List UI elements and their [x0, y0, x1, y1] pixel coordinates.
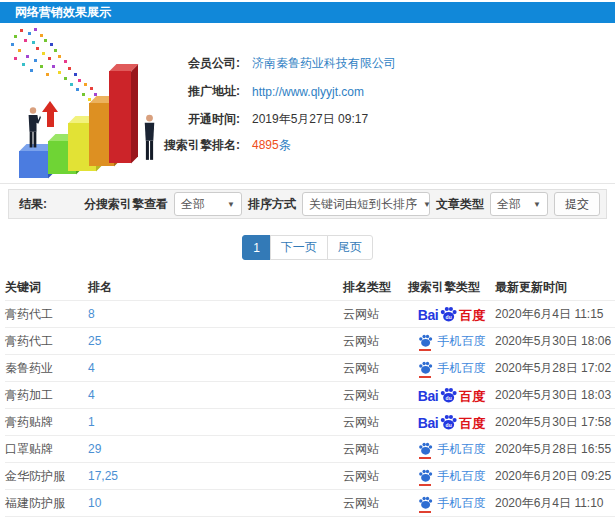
sort-filter-value: 关键词由短到长排序	[309, 196, 417, 213]
engine-type-cell: 手机百度	[408, 495, 495, 512]
baidu-logo-latin: Bai	[418, 389, 438, 403]
rank-link[interactable]: 8	[88, 307, 343, 321]
mobile-baidu-logo: 手机百度	[418, 441, 486, 458]
results-table: 关键词 排名 排名类型 搜索引擎类型 最新更新时间 膏药代工8云网站Bai du…	[5, 274, 615, 520]
col-header-rank: 排名	[88, 279, 343, 296]
table-row: 福建防护服10云网站 手机百度2020年6月4日 11:10	[5, 489, 615, 516]
rank-count: 4895	[252, 138, 279, 152]
col-header-updated: 最新更新时间	[495, 279, 615, 296]
mobile-baidu-logo: 手机百度	[418, 360, 486, 377]
rank-type-cell: 云网站	[343, 468, 408, 485]
engine-filter-label: 分搜索引擎查看	[84, 196, 168, 213]
table-row: 金华防护服17,25云网站 手机百度2020年6月20日 09:25	[5, 462, 615, 489]
keyword-cell: 秦鲁药业	[5, 360, 88, 377]
open-time-label: 开通时间:	[0, 111, 240, 128]
submit-button[interactable]: 提交	[554, 192, 600, 216]
rank-link[interactable]: 4	[88, 388, 343, 402]
member-info-section: 会员公司: 济南秦鲁药业科技有限公司 推广地址: http://www.qlyy…	[0, 23, 615, 183]
table-body: 膏药代工8云网站Bai du 百度2020年6月4日 11:15膏药代工25云网…	[5, 300, 615, 520]
rank-link[interactable]: 10	[88, 496, 343, 510]
growth-chart-image	[6, 25, 174, 181]
company-field: 会员公司: 济南秦鲁药业科技有限公司	[0, 55, 396, 72]
promo-url-link[interactable]: http://www.qlyyjt.com	[252, 85, 364, 99]
result-label: 结果:	[19, 196, 47, 213]
sort-filter-select[interactable]: 关键词由短到长排序 ▼	[302, 192, 430, 216]
svg-text:du: du	[446, 315, 452, 320]
updated-time-cell: 2020年5月30日 18:06	[495, 333, 615, 350]
keyword-cell: 膏药加工	[5, 387, 88, 404]
rank-type-cell: 云网站	[343, 360, 408, 377]
rank-link[interactable]: 25	[88, 334, 343, 348]
filter-bar: 结果: 分搜索引擎查看 全部 ▼ 排序方式 关键词由短到长排序 ▼ 文章类型 全…	[8, 189, 607, 219]
mobile-baidu-label: 手机百度	[438, 360, 486, 377]
engine-rank-label: 搜索引擎排名:	[0, 137, 240, 154]
engine-type-cell: 手机百度	[408, 441, 495, 458]
open-time-value: 2019年5月27日 09:17	[252, 111, 368, 128]
rank-link[interactable]: 17,25	[88, 469, 343, 483]
mobile-baidu-logo: 手机百度	[418, 495, 486, 512]
rank-type-cell: 云网站	[343, 441, 408, 458]
rank-type-cell: 云网站	[343, 495, 408, 512]
keyword-cell: 膏药代工	[5, 306, 88, 323]
rank-link[interactable]: 29	[88, 442, 343, 456]
mobile-baidu-icon	[418, 469, 433, 484]
article-type-value: 全部	[497, 196, 521, 213]
col-header-keyword: 关键词	[5, 279, 88, 296]
mobile-baidu-icon	[418, 334, 433, 349]
table-row: 口罩贴牌29云网站 手机百度2020年5月28日 16:55	[5, 435, 615, 462]
chevron-down-icon: ▼	[221, 200, 235, 209]
baidu-paw-icon	[418, 469, 433, 482]
baidu-logo-cn: 百度	[459, 309, 485, 322]
next-page-button[interactable]: 下一页	[270, 235, 328, 260]
rank-link[interactable]: 1	[88, 415, 343, 429]
engine-type-cell: Bai du 百度	[408, 387, 495, 403]
engine-type-cell: 手机百度	[408, 333, 495, 350]
updated-time-cell: 2020年5月28日 17:02	[495, 360, 615, 377]
mobile-baidu-logo: 手机百度	[418, 468, 486, 485]
baidu-paw-icon: du	[439, 306, 458, 322]
baidu-paw-icon: du	[439, 387, 458, 403]
col-header-rank-type: 排名类型	[343, 279, 408, 296]
baidu-logo-latin: Bai	[418, 416, 438, 430]
mobile-baidu-icon	[418, 361, 433, 376]
baidu-logo-cn: 百度	[459, 417, 485, 430]
mobile-baidu-label: 手机百度	[438, 333, 486, 350]
baidu-logo: Bai du 百度	[418, 414, 485, 430]
keyword-cell: 口罩贴牌	[5, 441, 88, 458]
engine-type-cell: 手机百度	[408, 468, 495, 485]
open-time-field: 开通时间: 2019年5月27日 09:17	[0, 111, 368, 128]
mobile-baidu-label: 手机百度	[438, 495, 486, 512]
table-row: 膏药代工25云网站 手机百度2020年5月30日 18:06	[5, 327, 615, 354]
last-page-button[interactable]: 尾页	[327, 235, 373, 260]
updated-time-cell: 2020年6月4日 11:10	[495, 495, 615, 512]
table-row: 膏药代工8云网站Bai du 百度2020年6月4日 11:15	[5, 300, 615, 327]
rank-type-cell: 云网站	[343, 387, 408, 404]
rank-type-cell: 云网站	[343, 414, 408, 431]
chevron-down-icon: ▼	[417, 200, 431, 209]
promo-url-field: 推广地址: http://www.qlyyjt.com	[0, 83, 364, 100]
updated-time-cell: 2020年5月30日 18:03	[495, 387, 615, 404]
mobile-baidu-label: 手机百度	[438, 441, 486, 458]
promo-url-label: 推广地址:	[0, 83, 240, 100]
baidu-paw-icon: du	[439, 414, 458, 430]
updated-time-cell: 2020年5月28日 16:55	[495, 441, 615, 458]
engine-rank-field: 搜索引擎排名: 4895条	[0, 137, 291, 154]
engine-filter-select[interactable]: 全部 ▼	[174, 192, 242, 216]
article-type-select[interactable]: 全部 ▼	[490, 192, 548, 216]
svg-text:du: du	[446, 423, 452, 428]
baidu-logo-cn: 百度	[459, 390, 485, 403]
table-header-row: 关键词 排名 排名类型 搜索引擎类型 最新更新时间	[5, 274, 615, 300]
updated-time-cell: 2020年5月30日 17:58	[495, 414, 615, 431]
table-row: 秦鲁药业4云网站 手机百度2020年5月28日 17:02	[5, 354, 615, 381]
mobile-baidu-logo: 手机百度	[418, 333, 486, 350]
rank-link[interactable]: 4	[88, 361, 343, 375]
page-1-button[interactable]: 1	[242, 235, 271, 260]
company-link[interactable]: 济南秦鲁药业科技有限公司	[252, 55, 396, 72]
svg-text:du: du	[446, 396, 452, 401]
engine-type-cell: 手机百度	[408, 360, 495, 377]
baidu-logo: Bai du 百度	[418, 306, 485, 322]
mobile-baidu-icon	[418, 496, 433, 511]
rank-type-cell: 云网站	[343, 306, 408, 323]
chevron-down-icon: ▼	[527, 200, 541, 209]
mobile-baidu-icon	[418, 442, 433, 457]
